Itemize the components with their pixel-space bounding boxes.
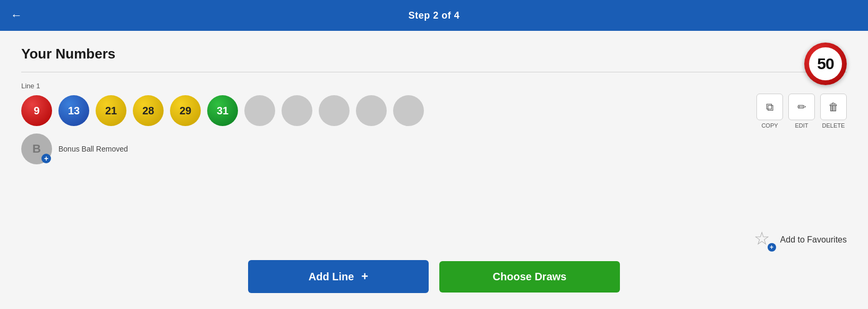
ball-2[interactable]: 13: [58, 95, 89, 126]
bonus-ball-wrap[interactable]: B +: [21, 133, 52, 164]
action-buttons-group: ⧉ ✏ 🗑 COPY EDIT DELETE: [756, 94, 847, 129]
back-button[interactable]: ←: [11, 9, 22, 22]
star-wrap: ☆ +: [754, 229, 775, 250]
edit-icon: ✏: [797, 101, 806, 113]
trash-icon: 🗑: [828, 101, 839, 113]
add-line-plus-icon: +: [361, 270, 368, 283]
add-line-button[interactable]: Add Line +: [248, 260, 429, 293]
bonus-plus-badge: +: [41, 154, 51, 163]
action-icons-row: ⧉ ✏ 🗑: [756, 94, 847, 120]
ball-6[interactable]: 31: [207, 95, 238, 126]
bottom-buttons: Add Line + Choose Draws: [248, 260, 620, 293]
main-content: 50 Your Numbers Line 1 9 13 21 28 29 31 …: [0, 31, 868, 309]
add-line-label: Add Line: [309, 271, 354, 283]
delete-label: DELETE: [820, 122, 847, 129]
copy-label: COPY: [756, 122, 783, 129]
ball-4[interactable]: 28: [133, 95, 164, 126]
choose-draws-label: Choose Draws: [493, 271, 567, 282]
choose-draws-button[interactable]: Choose Draws: [439, 261, 620, 293]
star-icon: ☆: [754, 228, 770, 248]
ball-1[interactable]: 9: [21, 95, 52, 126]
divider: [21, 72, 847, 72]
ball-3[interactable]: 21: [96, 95, 126, 126]
delete-button[interactable]: 🗑: [820, 94, 847, 120]
bonus-row: B + Bonus Ball Removed: [21, 133, 847, 164]
header: ← Step 2 of 4: [0, 0, 868, 31]
ball-10[interactable]: [356, 95, 387, 126]
step-indicator: Step 2 of 4: [409, 10, 460, 21]
copy-icon: ⧉: [766, 101, 773, 113]
favourites-label: Add to Favourites: [780, 235, 847, 245]
copy-button[interactable]: ⧉: [756, 94, 783, 120]
ball-8[interactable]: [282, 95, 312, 126]
ball-11[interactable]: [393, 95, 424, 126]
ball-9[interactable]: [319, 95, 350, 126]
action-labels-row: COPY EDIT DELETE: [756, 122, 847, 129]
star-plus-badge: +: [768, 243, 776, 252]
edit-label: EDIT: [788, 122, 815, 129]
balls-row: 9 13 21 28 29 31: [21, 95, 847, 126]
bonus-text: Bonus Ball Removed: [58, 145, 128, 153]
ball-5[interactable]: 29: [170, 95, 201, 126]
ball-7[interactable]: [244, 95, 275, 126]
edit-button[interactable]: ✏: [788, 94, 815, 120]
add-to-favourites-button[interactable]: ☆ + Add to Favourites: [754, 229, 847, 250]
speed-number: 50: [817, 55, 833, 73]
line-label: Line 1: [21, 82, 847, 90]
speed-badge: 50: [804, 43, 847, 85]
section-title: Your Numbers: [21, 31, 847, 72]
